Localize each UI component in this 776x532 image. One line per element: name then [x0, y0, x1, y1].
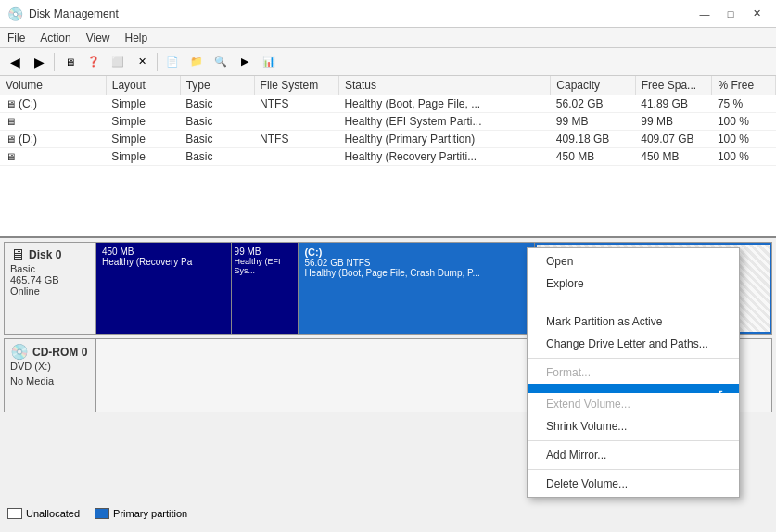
- ctx-sep-3: [528, 440, 739, 441]
- ctx-explore[interactable]: Explore: [528, 272, 739, 295]
- disk0-status: Online: [10, 285, 90, 297]
- menu-bar: File Action View Help: [0, 28, 776, 48]
- cdrom-icon: 💿: [10, 343, 29, 361]
- col-header-free[interactable]: Free Spa...: [635, 76, 712, 95]
- window-controls: — □ ✕: [693, 5, 769, 23]
- ctx-add-mirror: Extend Volume...: [528, 393, 739, 415]
- col-header-status[interactable]: Status: [338, 76, 550, 95]
- toolbar-forward[interactable]: ▶: [28, 51, 50, 73]
- disk-area: 🖥 Disk 0 Basic 465.74 GB Online 450 MB H…: [0, 238, 776, 526]
- disk-icon: 🖥: [6, 133, 16, 145]
- legend-primary-box: [95, 508, 109, 519]
- table-row[interactable]: 🖥 Simple Basic Healthy (Recovery Partiti…: [0, 148, 776, 166]
- col-header-capacity[interactable]: Capacity: [551, 76, 635, 95]
- toolbar-btn-8[interactable]: ▶: [234, 51, 256, 73]
- cdrom0-type: DVD (X:): [10, 361, 90, 372]
- ctx-sep-2: [528, 358, 739, 359]
- col-header-volume[interactable]: Volume: [0, 76, 106, 95]
- cdrom0-name: CD-ROM 0: [32, 346, 87, 359]
- legend-primary-label: Primary partition: [113, 508, 187, 519]
- legend-unallocated-box: [7, 508, 22, 519]
- table-row[interactable]: 🖥 Simple Basic Healthy (EFI System Parti…: [0, 113, 776, 131]
- legend-primary: Primary partition: [95, 508, 187, 519]
- volume-table-area: Volume Layout Type File System Status Ca…: [0, 76, 776, 238]
- menu-help[interactable]: Help: [118, 30, 156, 46]
- window-title: Disk Management: [29, 7, 119, 20]
- table-row[interactable]: 🖥(D:) Simple Basic NTFS Healthy (Primary…: [0, 131, 776, 148]
- ctx-change-drive[interactable]: Mark Partition as Active: [528, 310, 739, 333]
- disk-icon: 🖥: [6, 151, 16, 162]
- menu-action[interactable]: Action: [32, 30, 78, 46]
- toolbar-btn-4[interactable]: ✕: [131, 51, 153, 73]
- toolbar-btn-6[interactable]: 📁: [185, 51, 208, 73]
- ctx-extend: Format...: [528, 361, 739, 384]
- disk0-type: Basic: [10, 263, 90, 274]
- ctx-shrink[interactable]: ↖: [528, 384, 739, 393]
- disk-icon: 🖥: [6, 116, 16, 127]
- toolbar-btn-3[interactable]: ⬜: [107, 51, 129, 73]
- toolbar-btn-9[interactable]: 📊: [258, 51, 280, 73]
- disk-icon: 🖥: [6, 98, 16, 109]
- disk0-hdd-icon: 🖥: [10, 247, 25, 263]
- app-icon: 💿: [7, 6, 23, 21]
- ctx-properties[interactable]: Add Mirror...: [528, 444, 739, 466]
- cdrom0-label: 💿 CD-ROM 0 DVD (X:) No Media: [4, 338, 96, 412]
- table-row[interactable]: 🖥(C:) Simple Basic NTFS Healthy (Boot, P…: [0, 95, 776, 113]
- toolbar-btn-1[interactable]: 🖥: [58, 51, 81, 73]
- toolbar: ◀ ▶ 🖥 ❓ ⬜ ✕ 📄 📁 🔍 ▶ 📊: [0, 48, 776, 76]
- menu-file[interactable]: File: [0, 30, 32, 46]
- toolbar-btn-5[interactable]: 📄: [161, 51, 184, 73]
- ctx-sep-1: [528, 298, 739, 298]
- ctx-format[interactable]: Change Drive Letter and Paths...: [528, 333, 739, 355]
- disk0-size: 465.74 GB: [10, 274, 90, 285]
- ctx-open[interactable]: Open: [528, 250, 739, 272]
- ctx-delete[interactable]: Shrink Volume...: [528, 415, 739, 437]
- col-header-fs[interactable]: File System: [254, 76, 338, 95]
- ctx-sep-4: [528, 469, 739, 470]
- disk0-partition-0[interactable]: 450 MB Healthy (Recovery Pa: [96, 243, 232, 334]
- disk0-partition-1[interactable]: 99 MB Healthy (EFI Sys...: [232, 243, 299, 334]
- volume-table: Volume Layout Type File System Status Ca…: [0, 76, 776, 166]
- title-bar: 💿 Disk Management — □ ✕: [0, 0, 776, 28]
- toolbar-btn-2[interactable]: ❓: [83, 51, 105, 73]
- minimize-button[interactable]: —: [693, 5, 717, 23]
- disk0-label: 🖥 Disk 0 Basic 465.74 GB Online: [4, 242, 96, 335]
- disk0-name: Disk 0: [29, 248, 61, 261]
- toolbar-back[interactable]: ◀: [4, 51, 26, 73]
- ctx-help[interactable]: Delete Volume...: [528, 473, 739, 495]
- close-button[interactable]: ✕: [744, 5, 769, 23]
- disk0-partition-c[interactable]: (C:) 56.02 GB NTFS Healthy (Boot, Page F…: [299, 243, 535, 334]
- context-menu: Open Explore Mark Partition as Active Ch…: [527, 247, 740, 498]
- col-header-type[interactable]: Type: [180, 76, 254, 95]
- col-header-layout[interactable]: Layout: [106, 76, 180, 95]
- legend-bar: Unallocated Primary partition: [0, 500, 776, 526]
- ctx-mark-active: [528, 301, 739, 310]
- legend-unallocated-label: Unallocated: [26, 508, 80, 519]
- toolbar-btn-7[interactable]: 🔍: [210, 51, 232, 73]
- maximize-button[interactable]: □: [719, 5, 743, 23]
- cdrom0-status: No Media: [10, 375, 90, 386]
- legend-unallocated: Unallocated: [7, 508, 80, 519]
- col-header-pct[interactable]: % Free: [712, 76, 776, 95]
- menu-view[interactable]: View: [79, 30, 118, 46]
